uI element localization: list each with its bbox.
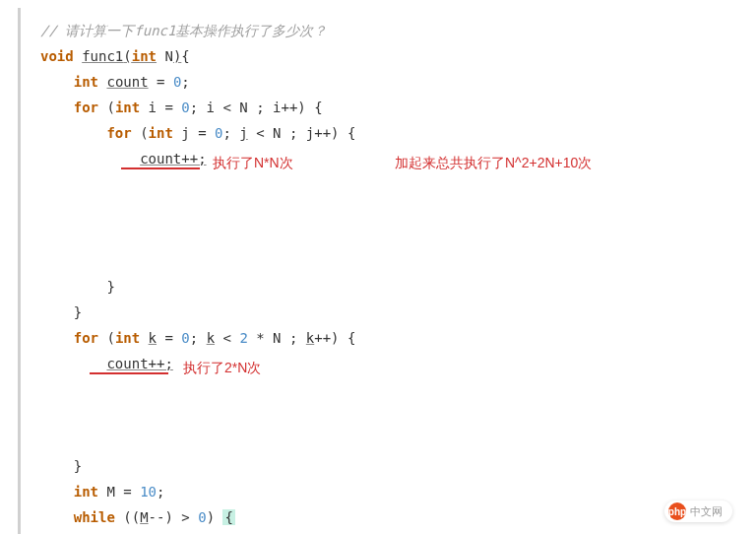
red-underline-2 <box>90 372 168 374</box>
mul-n: * N ; <box>248 330 306 346</box>
brace-close-inner: } <box>40 274 756 300</box>
kw-int: int <box>132 48 157 64</box>
logo-wrap: php 中文网 <box>664 501 732 522</box>
var-k2: k <box>207 330 215 346</box>
lt: < <box>215 330 239 346</box>
var-k3: k <box>306 330 314 346</box>
comment-line: // 请计算一下func1基本操作执行了多少次？ <box>40 18 756 43</box>
logo-text: 中文网 <box>690 504 723 519</box>
count-inc-1: count++; 执行了N*N次 加起来总共执行了N^2+2N+10次 <box>40 146 756 274</box>
count-inc-2: count++; 执行了2*N次 <box>40 351 756 453</box>
var-m2: M <box>140 509 148 525</box>
eq: = <box>149 74 173 90</box>
kw-void: void <box>40 48 74 64</box>
param-n: N <box>157 48 173 64</box>
var-j: j <box>239 125 247 141</box>
for-k: for (int k = 0; k < 2 * N ; k++) { <box>40 325 756 351</box>
var-k: k <box>149 330 157 346</box>
for-inner: for (int j = 0; j < N ; j++) { <box>40 120 756 146</box>
while-cond: --) > <box>149 509 199 525</box>
num-zero: 0 <box>173 74 181 90</box>
count-inc-3: count++; 执行了10次 <box>40 530 756 534</box>
kw-while: while <box>74 509 115 525</box>
brace-hl-open: { <box>222 509 234 525</box>
cond-i: ; i < N ; i++) { <box>190 100 323 115</box>
kw-for: for <box>74 100 98 115</box>
semi1: ; <box>222 125 239 141</box>
paren-close: ) <box>173 48 181 64</box>
brace2: } <box>74 304 82 320</box>
func-name: func1 <box>82 48 123 64</box>
kw-int4: int <box>149 125 173 141</box>
m-decl: int M = 10; <box>40 479 756 504</box>
while-close: ) <box>207 509 223 525</box>
count-stmt1: count++; <box>140 151 206 167</box>
eq2: = <box>157 330 181 346</box>
var-m: M = <box>98 484 140 500</box>
brace3: } <box>74 458 82 474</box>
kw-int3: int <box>115 100 140 115</box>
inc-brace: ++) { <box>314 330 355 346</box>
paren-open: ( <box>123 48 131 64</box>
func-signature: void func1(int N){ <box>40 43 756 69</box>
num-2: 2 <box>239 330 247 346</box>
brace1: } <box>106 279 114 295</box>
semi2: ; <box>190 330 207 346</box>
num-0a: 0 <box>181 100 189 115</box>
kw-for2: for <box>106 125 131 141</box>
kw-int5: int <box>115 330 140 346</box>
annotation-2n: 执行了2*N次 <box>183 355 261 380</box>
while-open: (( <box>115 509 140 525</box>
num-0c: 0 <box>181 330 189 346</box>
kw-for3: for <box>74 330 98 346</box>
for-outer: for (int i = 0; i < N ; i++) { <box>40 95 756 120</box>
count-stmt2: count++; <box>106 356 172 371</box>
kw-int2: int <box>74 74 98 90</box>
while-line: while ((M--) > 0) { <box>40 504 756 530</box>
annotation-nn: 执行了N*N次 <box>213 150 293 175</box>
comment-text: // 请计算一下func1基本操作执行了多少次？ <box>40 23 327 38</box>
num-0d: 0 <box>198 509 206 525</box>
brace-close-outer: } <box>40 300 756 325</box>
logo-circle: php <box>668 502 686 520</box>
annotation-total: 加起来总共执行了N^2+2N+10次 <box>395 150 592 175</box>
red-underline-1 <box>121 167 200 169</box>
logo-pill: php 中文网 <box>664 501 732 522</box>
var-count: count <box>106 74 148 90</box>
cond-j: < N ; j++) { <box>248 125 356 141</box>
kw-int6: int <box>74 484 98 500</box>
count-decl: int count = 0; <box>40 69 756 95</box>
code-block: // 请计算一下func1基本操作执行了多少次？ void func1(int … <box>18 8 756 534</box>
num-10: 10 <box>140 484 157 500</box>
brace-close-k: } <box>40 453 756 479</box>
